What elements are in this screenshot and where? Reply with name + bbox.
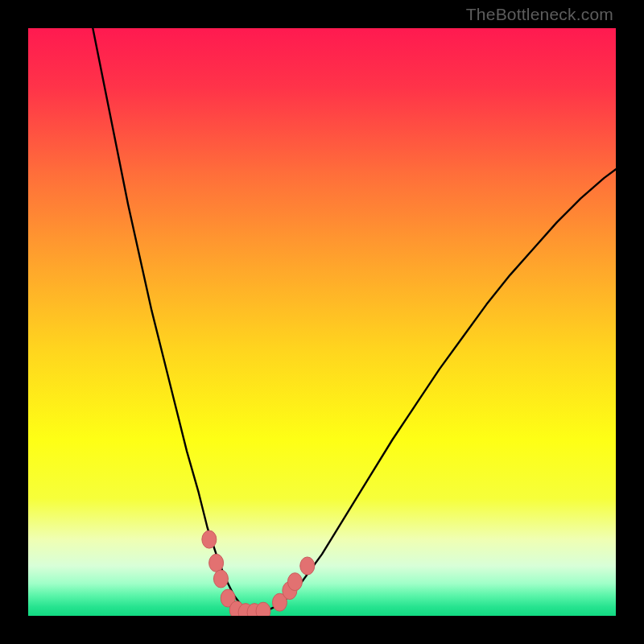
curve-layer (28, 28, 616, 616)
marker-point (300, 557, 315, 575)
marker-point (209, 554, 224, 572)
marker-point (202, 530, 217, 548)
bottleneck-curve (93, 28, 616, 613)
marker-point (256, 602, 270, 616)
chart-frame: TheBottleneck.com (0, 0, 644, 644)
valley-markers (202, 530, 315, 616)
plot-area (28, 28, 616, 616)
watermark-text: TheBottleneck.com (466, 5, 613, 24)
marker-point (213, 570, 228, 588)
marker-point (287, 573, 302, 591)
